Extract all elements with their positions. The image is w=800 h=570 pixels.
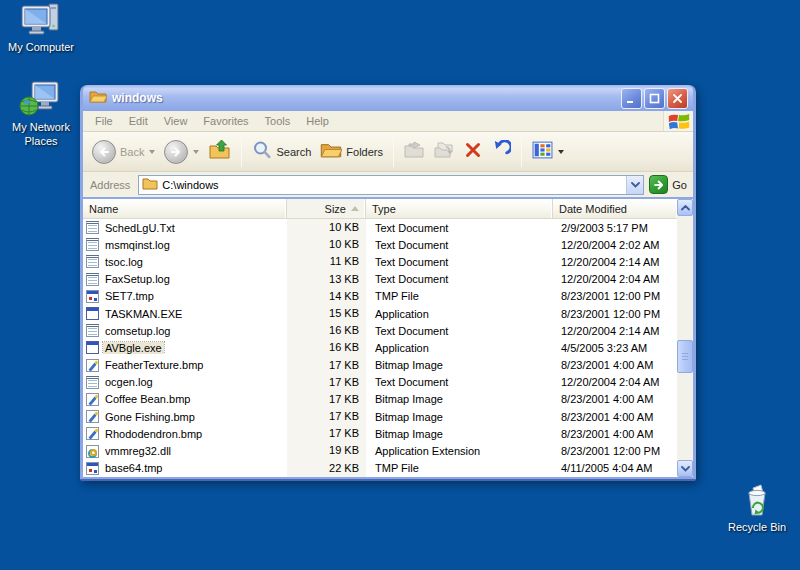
folders-icon <box>320 141 342 162</box>
toolbar: Back <box>83 132 693 172</box>
search-button[interactable]: Search <box>249 138 314 166</box>
file-type: Application <box>366 342 553 354</box>
column-header-size[interactable]: Size <box>287 199 366 218</box>
move-to-button[interactable] <box>401 139 428 165</box>
file-row[interactable]: vmmreg32.dll19 KBApplication Extension8/… <box>83 442 677 459</box>
file-type: Text Document <box>366 376 553 388</box>
menu-item-tools[interactable]: Tools <box>257 112 299 130</box>
toolbar-separator <box>393 137 394 167</box>
vertical-scrollbar[interactable] <box>677 199 693 477</box>
file-type: Bitmap Image <box>366 393 553 405</box>
file-size: 17 KB <box>287 357 366 374</box>
copy-to-button[interactable] <box>431 139 458 165</box>
address-input[interactable]: C:\windows <box>138 175 644 195</box>
toolbar-separator <box>241 137 242 167</box>
application-icon <box>86 341 99 354</box>
views-dropdown-icon[interactable] <box>558 150 564 154</box>
delete-icon <box>464 141 482 163</box>
undo-button[interactable] <box>488 138 514 165</box>
file-date-modified: 8/23/2001 12:00 PM <box>553 290 677 302</box>
file-row[interactable]: Rhododendron.bmp17 KBBitmap Image8/23/20… <box>83 425 677 442</box>
menu-item-edit[interactable]: Edit <box>121 112 156 130</box>
file-size: 13 KB <box>287 271 366 288</box>
file-row[interactable]: SchedLgU.Txt10 KBText Document2/9/2003 5… <box>83 219 677 236</box>
file-type: Bitmap Image <box>366 428 553 440</box>
go-button[interactable] <box>649 175 668 194</box>
file-name: tsoc.log <box>103 256 145 268</box>
desktop-icon-my-computer[interactable]: My Computer <box>6 2 76 55</box>
folder-icon <box>142 176 158 194</box>
menu-item-view[interactable]: View <box>156 112 196 130</box>
file-size: 17 KB <box>287 425 366 442</box>
file-type: Text Document <box>366 222 553 234</box>
file-list: Name Size Type Date Modified SchedLgU.Tx… <box>83 197 693 477</box>
file-row[interactable]: AVBgle.exe16 KBApplication4/5/2005 3:23 … <box>83 339 677 356</box>
file-date-modified: 12/20/2004 2:14 AM <box>553 325 677 337</box>
desktop-icon-label: My Network Places <box>6 121 76 149</box>
bitmap-icon <box>86 427 99 440</box>
folders-button[interactable]: Folders <box>317 139 386 164</box>
my-network-places-icon <box>6 80 76 118</box>
desktop-icon-recycle-bin[interactable]: Recycle Bin <box>722 484 792 535</box>
file-name: AVBgle.exe <box>103 342 164 354</box>
menu-item-favorites[interactable]: Favorites <box>195 112 256 130</box>
file-size: 22 KB <box>287 460 366 477</box>
file-row[interactable]: base64.tmp22 KBTMP File4/11/2005 4:04 AM <box>83 460 677 477</box>
desktop: My Computer My Network Places <box>0 0 800 570</box>
close-button[interactable] <box>667 88 688 109</box>
file-row[interactable]: msmqinst.log10 KBText Document12/20/2004… <box>83 236 677 253</box>
bitmap-icon <box>86 359 99 372</box>
views-button[interactable] <box>529 139 567 165</box>
file-type: Application <box>366 308 553 320</box>
back-button[interactable]: Back <box>89 138 158 166</box>
file-row[interactable]: FaxSetup.log13 KBText Document12/20/2004… <box>83 271 677 288</box>
maximize-button[interactable] <box>644 88 665 109</box>
file-type: Text Document <box>366 239 553 251</box>
file-row[interactable]: ocgen.log17 KBText Document12/20/2004 2:… <box>83 374 677 391</box>
file-row[interactable]: comsetup.log16 KBText Document12/20/2004… <box>83 322 677 339</box>
file-row[interactable]: Coffee Bean.bmp17 KBBitmap Image8/23/200… <box>83 391 677 408</box>
file-date-modified: 8/23/2001 4:00 AM <box>553 393 677 405</box>
scrollbar-thumb[interactable] <box>677 340 693 373</box>
minimize-button[interactable] <box>621 88 642 109</box>
back-dropdown-icon[interactable] <box>149 150 155 154</box>
forward-button[interactable] <box>161 138 202 166</box>
file-row[interactable]: SET7.tmp14 KBTMP File8/23/2001 12:00 PM <box>83 288 677 305</box>
file-size: 14 KB <box>287 288 366 305</box>
file-name: ocgen.log <box>103 376 155 388</box>
file-type: Bitmap Image <box>366 411 553 423</box>
bitmap-icon <box>86 410 99 423</box>
desktop-icon-label: My Computer <box>6 41 76 55</box>
file-date-modified: 2/9/2003 5:17 PM <box>553 222 677 234</box>
file-date-modified: 8/23/2001 12:00 PM <box>553 308 677 320</box>
file-date-modified: 8/23/2001 4:00 AM <box>553 411 677 423</box>
dll-icon <box>86 445 99 458</box>
file-date-modified: 12/20/2004 2:04 AM <box>553 273 677 285</box>
up-button[interactable] <box>205 137 234 166</box>
column-header-date-modified[interactable]: Date Modified <box>553 199 677 218</box>
desktop-icon-my-network-places[interactable]: My Network Places <box>6 80 76 149</box>
forward-dropdown-icon[interactable] <box>193 150 199 154</box>
file-size: 17 KB <box>287 374 366 391</box>
menu-item-help[interactable]: Help <box>298 112 337 130</box>
search-icon <box>252 140 272 164</box>
file-size: 11 KB <box>287 253 366 270</box>
column-header-type[interactable]: Type <box>366 199 553 218</box>
text-document-icon <box>86 255 99 268</box>
file-date-modified: 4/11/2005 4:04 AM <box>553 462 677 474</box>
file-name: msmqinst.log <box>103 239 172 251</box>
file-name: Gone Fishing.bmp <box>103 411 197 423</box>
menu-item-file[interactable]: File <box>87 112 121 130</box>
scroll-up-button[interactable] <box>677 199 693 216</box>
address-dropdown-button[interactable] <box>626 176 643 194</box>
delete-button[interactable] <box>461 139 485 165</box>
file-type: TMP File <box>366 462 553 474</box>
column-header-name[interactable]: Name <box>83 199 287 218</box>
file-row[interactable]: tsoc.log11 KBText Document12/20/2004 2:1… <box>83 253 677 270</box>
file-row[interactable]: TASKMAN.EXE15 KBApplication8/23/2001 12:… <box>83 305 677 322</box>
scroll-down-button[interactable] <box>677 460 693 477</box>
file-row[interactable]: Gone Fishing.bmp17 KBBitmap Image8/23/20… <box>83 408 677 425</box>
title-bar[interactable]: windows <box>83 85 693 111</box>
file-row[interactable]: FeatherTexture.bmp17 KBBitmap Image8/23/… <box>83 357 677 374</box>
file-date-modified: 8/23/2001 4:00 AM <box>553 428 677 440</box>
